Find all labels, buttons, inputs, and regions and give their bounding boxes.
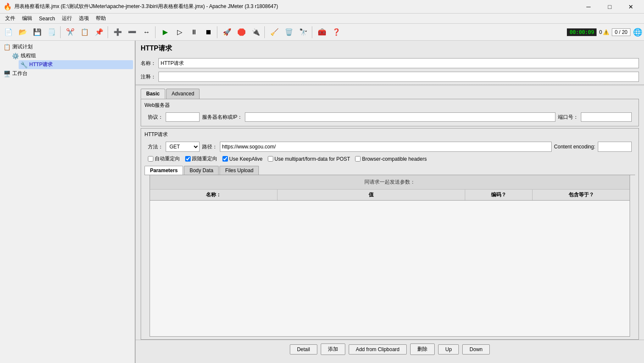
- maximize-button[interactable]: □: [600, 0, 619, 14]
- col-include: 包含等于？: [533, 190, 630, 200]
- toolbar: 📄 📂 💾 🗒️ ✂️ 📋 📌 ➕ ➖ ↔️ ▶ ▷ ⏸ ⏹ 🚀 🛑 🔌 🧹 🗑…: [0, 24, 644, 41]
- comment-row: 注释：: [136, 70, 644, 84]
- new-button[interactable]: 📄: [2, 25, 15, 39]
- workbench-label: 工作台: [12, 70, 28, 77]
- sub-tab-files-upload[interactable]: Files Upload: [219, 166, 259, 175]
- up-button[interactable]: Up: [438, 344, 459, 355]
- params-desc: 同请求一起发送参数：: [150, 175, 630, 190]
- auto-redirect-checkbox[interactable]: [148, 156, 153, 162]
- tree-item-workbench[interactable]: 🖥️ 工作台: [2, 69, 133, 78]
- col-name: 名称：: [150, 190, 278, 200]
- main-tabs-container: Basic Advanced: [136, 87, 644, 99]
- remove-button[interactable]: ➖: [125, 25, 139, 39]
- thread-label: 线程组: [21, 52, 36, 59]
- menu-edit[interactable]: 编辑: [19, 14, 36, 23]
- keepalive-label: Use KeepAlive: [229, 156, 263, 162]
- close-button[interactable]: ✕: [621, 0, 641, 14]
- server-input[interactable]: [245, 112, 555, 122]
- saveas-button[interactable]: 🗒️: [45, 25, 58, 39]
- copy-button[interactable]: 📋: [78, 25, 92, 39]
- menu-run[interactable]: 运行: [58, 14, 75, 23]
- main-layout: 📋 测试计划 ⚙️ 线程组 🔧 HTTP请求 🖥️ 工作台 HTTP请求: [0, 41, 644, 363]
- pause-button[interactable]: ⏸: [187, 25, 201, 39]
- menu-help[interactable]: 帮助: [92, 14, 109, 23]
- paste-button[interactable]: 📌: [92, 25, 106, 39]
- sub-tabs-container: Parameters Body Data Files Upload: [144, 166, 635, 175]
- col-encode: 编码？: [465, 190, 533, 200]
- globe-icon: 🌐: [633, 28, 642, 37]
- menu-file[interactable]: 文件: [2, 14, 19, 23]
- path-input[interactable]: [220, 142, 552, 152]
- add-param-button[interactable]: 添加: [321, 343, 345, 355]
- tree-item-http[interactable]: 🔧 HTTP请求: [19, 60, 133, 69]
- browser-headers-label: Browser-compatible headers: [362, 156, 427, 162]
- page-count: 0 / 20: [612, 28, 630, 36]
- stop-button[interactable]: ⏹: [202, 25, 215, 39]
- keepalive-checkbox[interactable]: [222, 156, 228, 162]
- detail-button[interactable]: Detail: [290, 344, 317, 355]
- menu-options[interactable]: 选项: [75, 14, 92, 23]
- cb-keepalive[interactable]: Use KeepAlive: [222, 156, 263, 162]
- clear-button[interactable]: 🧹: [268, 25, 281, 39]
- http-request-title: HTTP请求: [144, 131, 635, 138]
- window-title: 用表格察看结果.jmx (E:\测试软件\JMeter\apache-jmete…: [14, 3, 579, 10]
- template-button[interactable]: 🧰: [315, 25, 329, 39]
- tab-advanced[interactable]: Advanced: [166, 89, 200, 99]
- start-no-pause-button[interactable]: ▷: [173, 25, 186, 39]
- move-button[interactable]: ↔️: [140, 25, 153, 39]
- multipart-checkbox[interactable]: [268, 156, 273, 162]
- cb-multipart[interactable]: Use multipart/form-data for POST: [268, 156, 350, 162]
- name-label: 名称：: [141, 60, 156, 67]
- warn-count: 0: [599, 29, 602, 35]
- menubar: 文件 编辑 Search 运行 选项 帮助: [0, 14, 644, 24]
- follow-redirect-checkbox[interactable]: [185, 156, 191, 162]
- remote-shutdown-button[interactable]: 🔌: [249, 25, 263, 39]
- down-button[interactable]: Down: [462, 344, 490, 355]
- panel-title: HTTP请求: [136, 41, 644, 56]
- toolbar-separator-2: [108, 26, 109, 38]
- start-button[interactable]: ▶: [158, 25, 172, 39]
- name-row: 名称：: [136, 56, 644, 70]
- comment-input[interactable]: [158, 72, 639, 82]
- tree-item-plan[interactable]: 📋 测试计划: [2, 42, 133, 51]
- bottom-toolbar: Detail 添加 Add from Clipboard 删除 Up Down: [136, 340, 644, 358]
- menu-search[interactable]: Search: [36, 15, 58, 22]
- tree-item-thread[interactable]: ⚙️ 线程组: [10, 51, 133, 60]
- method-select[interactable]: GET POST PUT DELETE HEAD OPTIONS PATCH: [166, 142, 200, 152]
- toolbar-separator-3: [155, 26, 157, 38]
- add-from-clipboard-button[interactable]: Add from Clipboard: [349, 344, 407, 355]
- add-button[interactable]: ➕: [111, 25, 125, 39]
- workbench-icon: 🖥️: [3, 70, 11, 77]
- warning-area: 0 ⚠️: [599, 29, 609, 35]
- cut-button[interactable]: ✂️: [64, 25, 77, 39]
- checkboxes-row: 自动重定向 跟随重定向 Use KeepAlive Use multipart/…: [144, 154, 635, 164]
- help-button[interactable]: ❓: [330, 25, 343, 39]
- cb-browser-headers[interactable]: Browser-compatible headers: [355, 156, 427, 162]
- cb-follow-redirect[interactable]: 跟随重定向: [185, 155, 217, 162]
- sub-tab-parameters[interactable]: Parameters: [144, 166, 183, 175]
- port-label: 端口号：: [558, 114, 578, 121]
- clear-all-button[interactable]: 🗑️: [282, 25, 296, 39]
- toolbar-right: 00:00:09 0 ⚠️ 0 / 20 🌐: [567, 28, 642, 37]
- name-input[interactable]: [158, 58, 639, 68]
- protocol-input[interactable]: [166, 112, 200, 122]
- minimize-button[interactable]: ─: [579, 0, 598, 14]
- save-button[interactable]: 💾: [31, 25, 44, 39]
- find-button[interactable]: 🔭: [297, 25, 310, 39]
- encoding-input[interactable]: [598, 142, 632, 152]
- tab-basic[interactable]: Basic: [141, 89, 165, 99]
- content-panel: HTTP请求 名称： 注释： Basic Advanced Web服务器 协议：: [136, 41, 644, 363]
- encoding-label: Content encoding:: [554, 144, 595, 150]
- web-server-row: 协议： 服务器名称或IP： 端口号：: [144, 111, 635, 123]
- divider-1: [136, 84, 644, 86]
- port-input[interactable]: [581, 112, 632, 122]
- http-icon: 🔧: [20, 61, 28, 68]
- app-icon: 🔥: [3, 3, 12, 11]
- remote-start-button[interactable]: 🚀: [220, 25, 234, 39]
- open-button[interactable]: 📂: [16, 25, 30, 39]
- sub-tab-body-data[interactable]: Body Data: [184, 166, 219, 175]
- remote-stop-button[interactable]: 🛑: [235, 25, 248, 39]
- delete-button[interactable]: 删除: [410, 343, 435, 355]
- browser-headers-checkbox[interactable]: [355, 156, 361, 162]
- cb-auto-redirect[interactable]: 自动重定向: [148, 155, 180, 162]
